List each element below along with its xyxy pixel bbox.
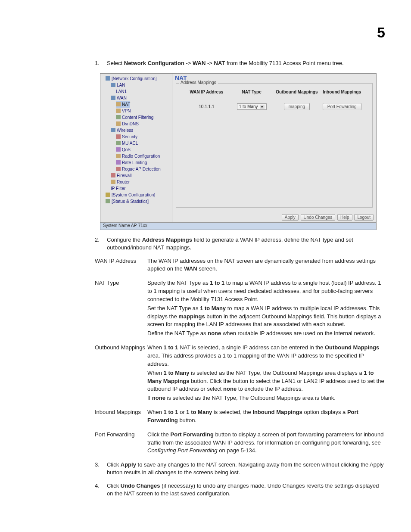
def-wan-ip: WAN IP Address The WAN IP addresses on t… (95, 257, 385, 274)
chapter-number: 5 (377, 25, 385, 40)
def-nat-type: NAT Type Specify the NAT Type as 1 to 1 … (95, 279, 385, 339)
tree-ip-filter[interactable]: IP Filter (101, 185, 171, 192)
def-wan-ip-term: WAN IP Address (95, 257, 147, 265)
tree-dyndns[interactable]: DynDNS (101, 121, 171, 127)
tree-system-configuration[interactable]: [System Configuration] (101, 192, 171, 198)
tree-rate-limiting[interactable]: Rate Limiting (101, 159, 171, 166)
col-inbound: Inbound Mappings (319, 90, 364, 94)
step-1-text-b: from the Mobility 7131 Access Point menu… (225, 60, 343, 66)
step-1-bold-2: WAN (193, 60, 206, 66)
mapping-row: 10.1.1.1 1 to Many▾ mapping Port Fowardi… (176, 100, 372, 110)
folder-icon (116, 109, 121, 113)
status-bar: System Name AP-71xx (100, 222, 376, 230)
nat-screenshot: [Network Configuration] LAN LAN1 WAN NAT… (100, 73, 377, 230)
chevron-down-icon: ▾ (260, 105, 265, 109)
step-1-sep-1: -> (184, 60, 193, 66)
apply-button[interactable]: Apply (282, 214, 299, 221)
folder-icon (116, 160, 121, 165)
def-port-forwarding: Port Forwarding Click the Port Forwardin… (95, 431, 385, 456)
wan-ip-value: 10.1.1.1 (184, 104, 229, 109)
step-3-text-b: to save any changes to the NAT screen. N… (107, 461, 384, 476)
step-2: 2. Configure the Address Mappings field … (95, 236, 385, 252)
tree-rogue-ap-detection[interactable]: Rogue AP Detection (101, 166, 171, 172)
fieldset-legend: Address Mappings (179, 80, 218, 85)
step-3-bold: Apply (121, 461, 136, 468)
folder-icon (116, 115, 121, 119)
folder-icon (116, 141, 121, 145)
menu-tree: [Network Configuration] LAN LAN1 WAN NAT… (100, 74, 172, 222)
address-mappings-fieldset: Address Mappings WAN IP Address NAT Type… (176, 83, 373, 208)
step-2-bold: Address Mappings (142, 236, 192, 243)
tree-firewall[interactable]: Firewall (101, 172, 171, 179)
folder-icon (106, 76, 110, 81)
step-3-text-a: Click (107, 461, 121, 468)
step-1-num: 1. (95, 59, 107, 67)
step-2-num: 2. (95, 236, 107, 244)
step-2-text-a: Configure the (107, 236, 142, 243)
def-nat-type-term: NAT Type (95, 279, 147, 287)
tree-nat[interactable]: NAT (116, 101, 130, 108)
tree-wireless[interactable]: Wireless (101, 127, 171, 134)
step-1-bold-3: NAT (214, 60, 225, 66)
tree-router[interactable]: Router (101, 179, 171, 185)
nat-type-select[interactable]: 1 to Many▾ (237, 103, 267, 110)
step-4-bold: Undo Changes (121, 482, 160, 489)
step-4-num: 4. (95, 482, 107, 490)
folder-icon (116, 134, 121, 139)
mapping-button[interactable]: mapping (284, 103, 310, 110)
tree-status-statistics[interactable]: [Status & Statistics] (101, 198, 171, 205)
col-nat-type: NAT Type (229, 90, 274, 94)
step-1-bold-1: Network Configuration (124, 60, 184, 66)
port-forwarding-button[interactable]: Port Fowarding (323, 103, 361, 110)
step-1-sep-2: -> (206, 60, 214, 66)
folder-icon (116, 154, 121, 158)
folder-icon (111, 180, 115, 184)
undo-changes-button[interactable]: Undo Changes (301, 214, 336, 221)
col-wan-ip: WAN IP Address (184, 90, 229, 94)
folder-icon (111, 173, 115, 177)
def-outbound-term: Outbound Mappings (95, 344, 147, 352)
tree-lan1[interactable]: LAN1 (101, 88, 171, 95)
folder-icon (111, 96, 115, 100)
tree-qos[interactable]: QoS (101, 146, 171, 153)
tree-lan[interactable]: LAN (101, 82, 171, 88)
folder-icon (111, 128, 115, 132)
logout-button[interactable]: Logout (354, 214, 374, 221)
tree-wan[interactable]: WAN (101, 95, 171, 101)
definition-table: WAN IP Address The WAN IP addresses on t… (95, 257, 385, 456)
def-inbound: Inbound Mappings When 1 to 1 or 1 to Man… (95, 408, 385, 426)
folder-icon (116, 147, 121, 152)
folder-icon (106, 199, 110, 203)
folder-icon (111, 83, 115, 87)
step-1: 1. Select Network Configuration -> WAN -… (95, 59, 385, 67)
col-outbound: Outbound Mappings (274, 90, 320, 94)
step-4: 4. Click Undo Changes (if necessary) to … (95, 482, 385, 498)
folder-icon (106, 193, 110, 197)
tree-radio-configuration[interactable]: Radio Configuration (101, 153, 171, 159)
def-inbound-term: Inbound Mappings (95, 408, 147, 417)
folder-icon (116, 167, 121, 171)
tree-vpn[interactable]: VPN (101, 108, 171, 114)
tree-network-configuration[interactable]: [Network Configuration] (101, 75, 171, 82)
def-port-forwarding-term: Port Forwarding (95, 431, 147, 439)
step-3: 3. Click Apply to save any changes to th… (95, 461, 385, 476)
folder-icon (116, 121, 121, 126)
step-4-text-a: Click (107, 482, 121, 489)
def-outbound: Outbound Mappings When 1 to 1 NAT is sel… (95, 344, 385, 403)
tree-mu-acl[interactable]: MU ACL (101, 140, 171, 146)
step-3-num: 3. (95, 461, 107, 469)
tree-content-filtering[interactable]: Content Filtering (101, 114, 171, 121)
tree-security[interactable]: Security (101, 134, 171, 140)
step-1-text-a: Select (107, 60, 124, 66)
help-button[interactable]: Help (337, 214, 352, 221)
folder-icon (116, 102, 121, 106)
